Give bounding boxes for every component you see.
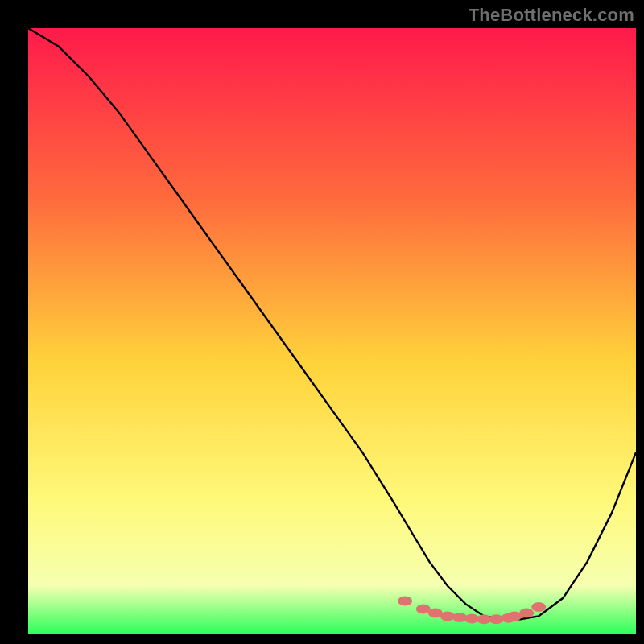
chart-svg	[0, 0, 644, 644]
watermark-text: TheBottleneck.com	[469, 5, 634, 26]
plot-background	[28, 28, 636, 634]
marker-dot	[398, 597, 412, 606]
marker-dot	[519, 609, 534, 618]
marker-dot	[440, 611, 455, 621]
marker-dot	[531, 602, 546, 612]
chart-canvas: TheBottleneck.com	[0, 0, 644, 644]
marker-dot	[489, 614, 503, 624]
marker-dot	[452, 613, 467, 622]
